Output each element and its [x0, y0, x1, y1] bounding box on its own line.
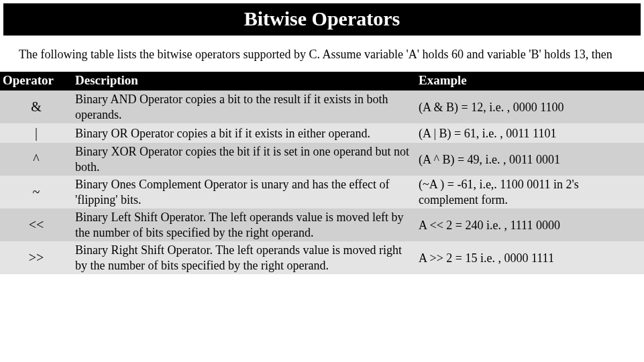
cell-example: (A ^ B) = 49, i.e. , 0011 0001: [416, 143, 644, 176]
header-description: Description: [72, 72, 416, 90]
header-example: Example: [416, 72, 644, 90]
cell-operator: &: [0, 90, 72, 123]
cell-description: Binary Left Shift Operator. The left ope…: [72, 208, 416, 241]
table-row: ^ Binary XOR Operator copies the bit if …: [0, 143, 644, 176]
cell-description: Binary Ones Complement Operator is unary…: [72, 176, 416, 208]
cell-example: (A | B) = 61, i.e. , 0011 1101: [416, 123, 644, 143]
table-row: | Binary OR Operator copies a bit if it …: [0, 123, 644, 143]
header-operator: Operator: [0, 72, 72, 90]
table-row: ~ Binary Ones Complement Operator is una…: [0, 176, 644, 208]
cell-operator: ^: [0, 143, 72, 176]
page-title: Bitwise Operators: [3, 3, 641, 36]
cell-example: (A & B) = 12, i.e. , 0000 1100: [416, 90, 644, 123]
cell-description: Binary Right Shift Operator. The left op…: [72, 241, 416, 274]
cell-operator: <<: [0, 208, 72, 241]
table-row: & Binary AND Operator copies a bit to th…: [0, 90, 644, 123]
cell-operator: |: [0, 123, 72, 143]
intro-text: The following table lists the bitwise op…: [0, 39, 644, 72]
cell-example: A << 2 = 240 i.e. , 1111 0000: [416, 208, 644, 241]
table-row: >> Binary Right Shift Operator. The left…: [0, 241, 644, 274]
cell-description: Binary XOR Operator copies the bit if it…: [72, 143, 416, 176]
table-row: << Binary Left Shift Operator. The left …: [0, 208, 644, 241]
cell-operator: >>: [0, 241, 72, 274]
cell-example: (~A ) = -61, i.e,. 1100 0011 in 2's comp…: [416, 176, 644, 208]
operators-table: Operator Description Example & Binary AN…: [0, 72, 644, 274]
cell-operator: ~: [0, 176, 72, 208]
cell-example: A >> 2 = 15 i.e. , 0000 1111: [416, 241, 644, 274]
cell-description: Binary AND Operator copies a bit to the …: [72, 90, 416, 123]
cell-description: Binary OR Operator copies a bit if it ex…: [72, 123, 416, 143]
table-header-row: Operator Description Example: [0, 72, 644, 90]
